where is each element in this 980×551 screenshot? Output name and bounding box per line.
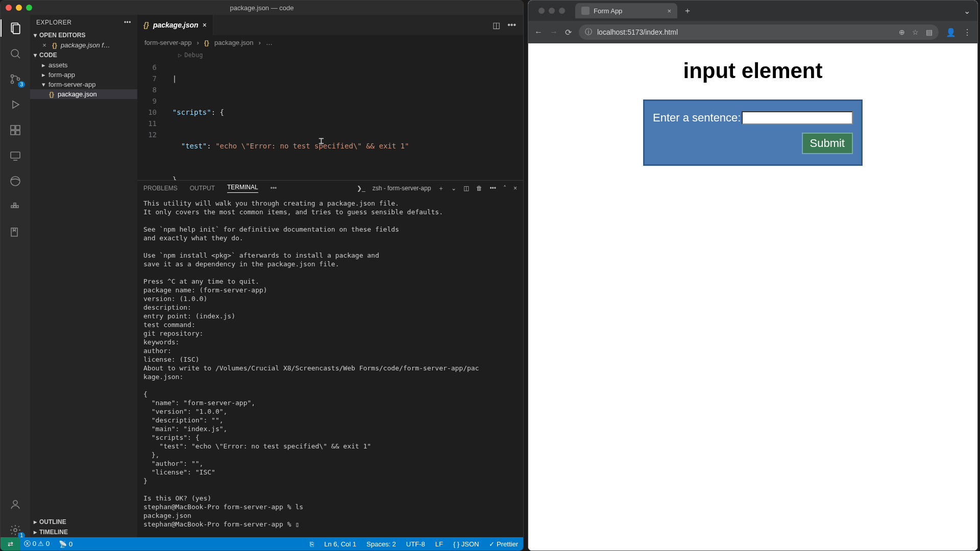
new-tab-button[interactable]: ＋ [681,6,694,16]
svg-rect-17 [16,206,18,208]
profile-icon[interactable]: 👤 [946,28,956,37]
panel-more-icon[interactable]: ••• [271,185,277,192]
section-open-editors[interactable]: ▾ OPEN EDITORS [30,30,137,40]
code-editor[interactable]: ▷ Debug 6 7 8 9 10 11 12 | [137,49,523,180]
address-bar[interactable]: ⓘ localhost:5173/index.html ⊕ ☆ ▤ [579,24,939,40]
status-cursor[interactable]: Ln 6, Col 1 [324,540,356,548]
search-icon[interactable] [8,46,22,61]
tab-output[interactable]: OUTPUT [190,185,215,192]
status-ports[interactable]: 📡 0 [59,540,72,548]
status-feedback-icon[interactable]: ⎘ [310,540,314,548]
status-prettier[interactable]: ✓ Prettier [489,540,518,548]
play-icon: ▷ [178,49,182,61]
sentence-input[interactable] [742,111,853,124]
docker-icon[interactable] [8,199,22,214]
split-terminal-icon[interactable]: ◫ [463,185,469,192]
explorer-icon[interactable] [8,21,22,35]
status-encoding[interactable]: UTF-8 [406,540,425,548]
close-tab-icon[interactable]: × [203,21,207,29]
tree-folder-assets[interactable]: ▸ assets [30,60,137,70]
debug-icon[interactable] [8,97,22,112]
close-icon[interactable] [6,5,12,11]
section-outline[interactable]: ▸ OUTLINE [30,517,137,527]
svg-point-2 [11,49,18,57]
site-info-icon[interactable]: ⓘ [585,28,592,37]
tab-overflow-icon[interactable]: ⌄ [964,6,977,16]
status-bar: ⇄ ⓧ 0 ⚠ 0 📡 0 ⎘ Ln 6, Col 1 Spaces: 2 UT… [1,537,523,550]
accounts-icon[interactable] [8,497,22,512]
sidebar-more-icon[interactable]: ••• [124,19,131,26]
svg-rect-18 [14,203,16,205]
close-icon[interactable] [538,8,545,14]
editor-tab-bar: {} package.json × ◫ ••• [137,15,523,35]
svg-marker-7 [13,101,19,108]
section-timeline[interactable]: ▸ TIMELINE [30,527,137,537]
tab-problems[interactable]: PROBLEMS [143,185,178,192]
tab-terminal[interactable]: TERMINAL [227,184,258,193]
submit-button[interactable]: Submit [802,133,853,154]
edge-tools-icon[interactable] [8,174,22,188]
extensions-icon[interactable] [8,123,22,137]
editor-more-icon[interactable]: ••• [507,20,516,30]
status-indent[interactable]: Spaces: 2 [366,540,396,548]
close-tab-icon[interactable]: × [667,7,671,15]
editor-tab-package-json[interactable]: {} package.json × [137,15,213,35]
terminal-shell-icon[interactable]: ❯_ [357,185,365,192]
project-manager-icon[interactable] [8,225,22,239]
activity-bar: 3 1 [1,15,30,537]
browser-tab[interactable]: Form App × [575,3,677,18]
kill-terminal-icon[interactable]: 🗑 [476,185,482,192]
window-controls[interactable] [533,8,565,14]
remote-indicator-icon[interactable]: ⇄ [1,537,20,550]
reading-list-icon[interactable]: ▤ [926,28,933,36]
breadcrumb-more[interactable]: … [266,39,273,46]
bookmark-icon[interactable]: ☆ [912,28,919,36]
status-language[interactable]: { } JSON [453,540,479,548]
breadcrumb-folder[interactable]: form-server-app [144,39,191,46]
source-control-icon[interactable]: 3 [8,72,22,86]
file-label: package.json [58,90,97,98]
json-icon: {} [143,21,149,29]
svg-line-3 [17,56,20,58]
svg-rect-1 [13,25,20,34]
new-terminal-icon[interactable]: ＋ [438,184,444,193]
panel-more-icon[interactable]: ••• [489,185,496,192]
vscode-titlebar: package.json — code [1,1,523,15]
tree-folder-form-app[interactable]: ▸ form-app [30,70,137,80]
status-errors[interactable]: ⓧ 0 ⚠ 0 [24,539,50,548]
minimize-icon[interactable] [549,8,555,14]
browser-menu-icon[interactable]: ⋮ [963,28,971,37]
debug-codelens[interactable]: ▷ Debug [178,49,203,61]
zoom-icon[interactable]: ⊕ [899,28,905,36]
fullscreen-icon[interactable] [559,8,565,14]
breadcrumb-file[interactable]: package.json [214,39,254,46]
forward-button[interactable]: → [550,28,558,37]
settings-icon[interactable]: 1 [8,523,22,537]
svg-rect-8 [11,126,15,130]
folder-label: form-server-app [48,81,95,88]
editor-area: {} package.json × ◫ ••• form-server-app … [137,15,523,537]
tree-folder-form-server-app[interactable]: ▾ form-server-app [30,80,137,89]
terminal-output[interactable]: This utility will walk you through creat… [137,196,523,537]
terminal-dropdown-icon[interactable]: ⌄ [451,185,456,192]
code-content[interactable]: | "scripts": { "test": "echo \"Error: no… [164,51,523,180]
fullscreen-icon[interactable] [26,5,32,11]
maximize-panel-icon[interactable]: ˄ [503,185,506,192]
close-panel-icon[interactable]: × [513,185,517,192]
section-code[interactable]: ▾ CODE [30,50,137,60]
svg-rect-12 [11,152,20,158]
close-editor-icon[interactable]: × [40,41,48,49]
open-editor-item[interactable]: × {} package.json f… [30,40,137,50]
remote-explorer-icon[interactable] [8,148,22,163]
section-label: OUTLINE [39,518,66,525]
sentence-label: Enter a sentence: [653,111,741,124]
minimize-icon[interactable] [16,5,22,11]
reload-button[interactable]: ⟳ [565,28,572,37]
breadcrumb[interactable]: form-server-app › {} package.json › … [137,35,523,49]
back-button[interactable]: ← [534,28,543,37]
terminal-shell-label[interactable]: zsh - form-server-app [373,185,431,192]
split-editor-icon[interactable]: ◫ [493,20,500,30]
window-controls[interactable] [1,5,32,11]
tree-file-package-json[interactable]: {} package.json [30,89,137,99]
status-eol[interactable]: LF [435,540,443,548]
